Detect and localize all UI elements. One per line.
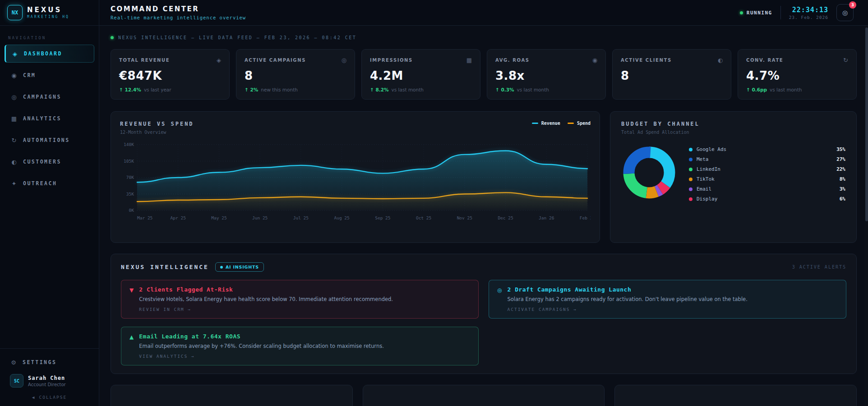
legend-dot-icon	[689, 178, 693, 181]
sidebar-item-label: CRM	[23, 72, 36, 78]
scrollbar-track	[864, 26, 868, 406]
sidebar-item-analytics[interactable]: ▦ANALYTICS	[5, 109, 94, 128]
alert-body: Solara Energy has 2 campaigns ready for …	[507, 296, 747, 302]
svg-text:Jan 26: Jan 26	[539, 215, 554, 220]
alert-body: Email outperforms average by +76%. Consi…	[139, 343, 384, 349]
alert-2-draft-campaigns-awaiting-lau[interactable]: ◎2 Draft Campaigns Awaiting LaunchSolara…	[489, 280, 846, 319]
kpi-delta-note: vs last month	[392, 87, 424, 92]
page-title: COMMAND CENTER	[111, 5, 246, 13]
svg-text:Aug 25: Aug 25	[334, 215, 349, 220]
notifications-button[interactable]: ◎ 3	[836, 4, 854, 21]
sidebar-item-label: OUTREACH	[23, 180, 57, 187]
alert-2-clients-flagged-at-risk[interactable]: ▼2 Clients Flagged At-RiskCrestview Hote…	[121, 280, 479, 319]
clock-date: 23. Feb. 2026	[789, 15, 828, 20]
channel-label: Google Ads	[697, 146, 726, 152]
channel-value: 22%	[836, 166, 845, 172]
sidebar-footer: ⚙ SETTINGS SC Sarah Chen Account Directo…	[0, 348, 99, 406]
kpi-card-avg-roas[interactable]: AVG. ROAS◉3.8x↑ 0.3%vs last month	[487, 49, 606, 100]
alert-action-link[interactable]: ACTIVATE CAMPAIGNS →	[507, 307, 747, 312]
sidebar-item-label: CUSTOMERS	[23, 159, 61, 165]
donut-legend: Google Ads35%Meta27%LinkedIn22%TikTok8%E…	[689, 145, 845, 202]
alert-title: 2 Clients Flagged At-Risk	[139, 286, 393, 293]
sidebar-item-automations[interactable]: ↻AUTOMATIONS	[5, 131, 94, 149]
target-icon: ◉	[592, 57, 597, 64]
kpi-card-conv-rate[interactable]: CONV. RATE↻4.7%↑ 0.6ppvs last month	[738, 49, 857, 100]
sidebar-item-crm[interactable]: ◉CRM	[5, 66, 94, 84]
half-circle-icon: ◐	[10, 159, 18, 165]
main-area: COMMAND CENTER Real-time marketing intel…	[99, 0, 868, 406]
sidebar-item-dashboard[interactable]: ◈DASHBOARD	[5, 45, 94, 63]
target-icon: ◉	[10, 72, 18, 79]
donut-legend-row: Display6%	[689, 196, 845, 202]
line-chart-title: REVENUE VS SPEND	[120, 121, 194, 127]
ai-insights-badge[interactable]: AI INSIGHTS	[215, 262, 264, 272]
scrollbar-thumb[interactable]	[865, 27, 868, 221]
user-role: Account Director	[28, 382, 66, 387]
live-feed-text: NEXUS INTELLIGENCE — LIVE DATA FEED — FE…	[118, 35, 356, 40]
kpi-card-active-clients[interactable]: ACTIVE CLIENTS◐8	[612, 49, 731, 100]
rings-icon: ◎	[10, 94, 18, 100]
sidebar-item-campaigns[interactable]: ◎CAMPAIGNS	[5, 88, 94, 106]
sidebar-nav: ◈DASHBOARD◉CRM◎CAMPAIGNS▦ANALYTICS↻AUTOM…	[0, 45, 99, 192]
bell-icon: ◎	[842, 9, 848, 16]
alert-severity-icon: ▼	[129, 286, 134, 312]
kpi-delta-note: vs last month	[770, 87, 802, 92]
kpi-card-impressions[interactable]: IMPRESSIONS▦4.2M↑ 8.2%vs last month	[361, 49, 480, 100]
sidebar: NX NEXUS MARKETING HQ NAVIGATION ◈DASHBO…	[0, 0, 99, 406]
svg-text:35K: 35K	[126, 192, 134, 196]
kpi-label: ACTIVE CAMPAIGNS	[245, 58, 306, 63]
kpi-delta-note: vs last month	[517, 87, 549, 92]
collapse-button[interactable]: ◀ COLLAPSE	[5, 395, 94, 400]
diamond-icon: ◈	[217, 57, 221, 64]
half-circle-icon: ◐	[718, 57, 723, 64]
alert-action-link[interactable]: REVIEW IN CRM →	[139, 307, 393, 312]
intelligence-panel: NEXUS INTELLIGENCE AI INSIGHTS 3 ACTIVE …	[111, 254, 857, 374]
kpi-delta	[621, 87, 723, 93]
svg-text:Feb 26: Feb 26	[580, 215, 591, 220]
channel-value: 3%	[840, 186, 845, 192]
alert-email-leading-at-7-64x-roas[interactable]: ▲Email Leading at 7.64x ROASEmail outper…	[121, 327, 479, 365]
sidebar-item-customers[interactable]: ◐CUSTOMERS	[5, 153, 94, 171]
collapse-label: COLLAPSE	[39, 395, 67, 400]
channel-label: Email	[697, 186, 711, 192]
nav-section-label: NAVIGATION	[0, 26, 99, 45]
kpi-delta: ↑ 0.6ppvs last month	[746, 87, 848, 93]
kpi-label: ACTIVE CLIENTS	[621, 58, 672, 63]
legend-item-revenue: Revenue	[532, 121, 560, 126]
alert-title: 2 Draft Campaigns Awaiting Launch	[507, 286, 747, 293]
svg-text:0K: 0K	[129, 208, 134, 213]
kpi-delta: ↑ 12.4%vs last year	[119, 87, 221, 93]
alert-action-link[interactable]: VIEW ANALYTICS →	[139, 354, 384, 359]
dashboard-content: NEXUS INTELLIGENCE — LIVE DATA FEED — FE…	[99, 26, 868, 406]
alert-severity-icon: ◎	[497, 286, 502, 312]
bottom-card	[111, 385, 353, 406]
sidebar-item-outreach[interactable]: ✦OUTREACH	[5, 174, 94, 192]
kpi-header: ACTIVE CLIENTS◐	[621, 57, 723, 64]
diamond-icon: ◈	[11, 50, 18, 57]
donut-legend-row: Email3%	[689, 186, 845, 192]
kpi-delta-value: ↑ 2%	[245, 87, 258, 92]
kpi-label: TOTAL REVENUE	[119, 58, 170, 63]
sidebar-item-settings[interactable]: ⚙ SETTINGS	[5, 354, 94, 370]
donut-legend-row: Google Ads35%	[689, 146, 845, 152]
kpi-card-active-campaigns[interactable]: ACTIVE CAMPAIGNS◎8↑ 2%new this month	[236, 49, 355, 100]
svg-text:Jun 25: Jun 25	[252, 215, 268, 220]
user-name: Sarah Chen	[28, 375, 66, 381]
brand-tagline: MARKETING HQ	[27, 15, 69, 19]
kpi-value: 8	[621, 69, 723, 82]
top-header: COMMAND CENTER Real-time marketing intel…	[99, 0, 868, 26]
brand-logo: NX	[7, 5, 23, 20]
channel-value: 27%	[836, 156, 845, 162]
legend-swatch	[532, 123, 538, 124]
status-label: RUNNING	[747, 10, 772, 16]
kpi-card-total-revenue[interactable]: TOTAL REVENUE◈€847K↑ 12.4%vs last year	[111, 49, 230, 100]
svg-text:Dec 25: Dec 25	[498, 215, 513, 220]
gear-icon: ⚙	[10, 359, 17, 366]
kpi-delta-note: vs last year	[144, 87, 171, 92]
legend-dot-icon	[689, 148, 693, 151]
kpi-delta-note: new this month	[261, 87, 298, 92]
user-profile[interactable]: SC Sarah Chen Account Director	[5, 370, 94, 389]
active-alerts-count: 3 ACTIVE ALERTS	[792, 265, 846, 269]
svg-text:70K: 70K	[126, 175, 134, 180]
notification-badge: 3	[849, 1, 856, 9]
